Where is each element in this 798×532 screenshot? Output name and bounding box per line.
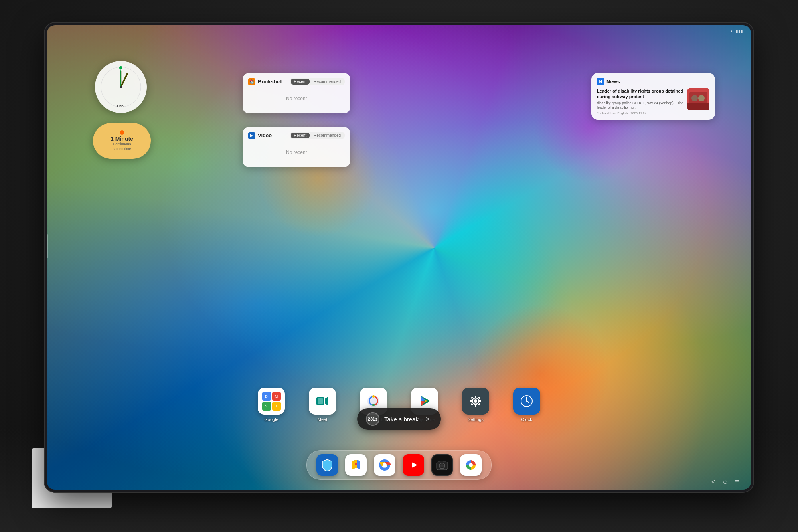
app-item-google[interactable]: D M S + Google	[258, 388, 285, 422]
app-icon-meet[interactable]	[309, 388, 336, 415]
tablet-device: ▲ ▮▮▮	[44, 22, 754, 493]
video-tabs[interactable]: Recent Recommended	[290, 132, 345, 139]
video-content: No recent	[248, 142, 345, 162]
video-title-row: ▶ Video	[248, 132, 272, 139]
app-label-google: Google	[264, 417, 278, 422]
status-bar: ▲ ▮▮▮	[47, 25, 751, 36]
app-icon-google[interactable]: D M S +	[258, 388, 285, 415]
video-tab-recent[interactable]: Recent	[291, 133, 310, 138]
news-title: News	[606, 79, 620, 85]
svg-point-5	[119, 66, 122, 69]
svg-rect-10	[687, 103, 709, 110]
svg-point-15	[372, 395, 375, 398]
bookshelf-icon: 📚	[248, 78, 255, 85]
svg-point-50	[469, 463, 473, 467]
clock-label: UNS	[117, 104, 124, 108]
break-toast[interactable]: 231s Take a break ✕	[357, 408, 441, 430]
svg-rect-23	[475, 396, 476, 398]
dock-item-knox[interactable]	[316, 454, 338, 476]
app-item-settings[interactable]: Settings	[462, 388, 489, 422]
widget-bookshelf[interactable]: 📚 Bookshelf Recent Recommended No recent	[243, 73, 350, 113]
widget-video[interactable]: ▶ Video Recent Recommended No recent	[243, 127, 350, 167]
bookshelf-content: No recent	[248, 89, 345, 109]
nav-bar: < ○ ≡	[711, 477, 739, 487]
bookshelf-tab-recommended[interactable]: Recommended	[310, 79, 344, 85]
svg-point-38	[355, 463, 357, 465]
svg-point-22	[474, 399, 477, 403]
tablet-screen: ▲ ▮▮▮	[47, 25, 751, 490]
svg-line-1	[121, 74, 127, 87]
bookshelf-header: 📚 Bookshelf Recent Recommended	[248, 78, 345, 85]
app-item-meet[interactable]: Meet	[309, 388, 336, 422]
svg-rect-24	[475, 404, 476, 407]
svg-point-41	[383, 463, 387, 467]
widget-clock[interactable]: UNS	[95, 61, 147, 113]
video-header: ▶ Video Recent Recommended	[248, 132, 345, 139]
news-header: N News	[597, 78, 709, 85]
widget-news[interactable]: N News Leader of disability rights group…	[591, 73, 715, 120]
wifi-icon: ▲	[729, 29, 733, 33]
widgets-area: UNS 1 Minute Continuousscreen time 📚 Boo…	[47, 37, 751, 490]
dock-item-chrome[interactable]	[374, 454, 395, 476]
google-sub-docs: D	[262, 392, 271, 401]
widget-screentime[interactable]: 1 Minute Continuousscreen time	[93, 123, 151, 159]
svg-rect-48	[440, 461, 443, 462]
svg-point-34	[526, 400, 527, 402]
bookshelf-no-recent: No recent	[286, 96, 307, 101]
screentime-duration: 1 Minute	[111, 136, 133, 142]
bookshelf-tab-recent[interactable]: Recent	[291, 79, 310, 85]
google-sub-slides: +	[272, 402, 281, 411]
bookshelf-title: Bookshelf	[258, 79, 283, 85]
news-body: disability group-police SEOUL, Nov 24 (Y…	[597, 101, 684, 110]
break-close-button[interactable]: ✕	[423, 415, 432, 423]
google-sub-gmail: M	[272, 392, 281, 401]
news-icon: N	[597, 78, 604, 85]
video-icon: ▶	[248, 132, 255, 139]
dock-item-camera[interactable]	[431, 454, 453, 476]
nav-back-button[interactable]: <	[711, 478, 716, 486]
svg-rect-13	[318, 398, 323, 404]
clock-face	[99, 65, 143, 109]
battery-icon: ▮▮▮	[736, 29, 743, 33]
news-item[interactable]: Leader of disability rights group detain…	[597, 88, 709, 115]
app-label-settings: Settings	[468, 417, 484, 422]
app-icon-settings[interactable]	[462, 388, 489, 415]
dock-item-photos[interactable]	[460, 454, 482, 476]
svg-point-16	[372, 404, 375, 406]
break-text: Take a break	[384, 416, 419, 423]
news-thumbnail	[687, 88, 709, 110]
dock-item-youtube[interactable]	[403, 454, 424, 476]
bookshelf-tabs[interactable]: Recent Recommended	[290, 78, 345, 85]
svg-point-4	[120, 86, 122, 88]
svg-marker-36	[357, 460, 360, 469]
svg-point-8	[691, 95, 698, 101]
video-tab-recommended[interactable]: Recommended	[310, 133, 344, 138]
bookshelf-title-row: 📚 Bookshelf	[248, 78, 283, 85]
svg-point-49	[446, 463, 447, 464]
screentime-indicator	[120, 130, 124, 135]
video-title: Video	[258, 133, 272, 138]
screentime-subtitle: Continuousscreen time	[113, 142, 131, 151]
nav-recents-button[interactable]: ≡	[735, 478, 739, 486]
svg-point-47	[440, 464, 444, 467]
app-label-meet: Meet	[318, 417, 327, 422]
dock	[306, 450, 492, 480]
news-meta: Yonhap News English · 2023.11.24	[597, 111, 684, 115]
video-no-recent: No recent	[286, 150, 307, 155]
news-text-block: Leader of disability rights group detain…	[597, 88, 684, 115]
app-item-clock[interactable]: Clock	[513, 388, 540, 422]
news-title-row: N News	[597, 78, 620, 85]
news-headline: Leader of disability rights group detain…	[597, 88, 684, 100]
svg-point-9	[698, 95, 705, 101]
break-timer: 231s	[366, 412, 379, 426]
svg-marker-12	[325, 396, 328, 406]
google-sub-sheets: S	[262, 402, 271, 411]
svg-rect-25	[470, 400, 472, 402]
svg-rect-26	[479, 400, 481, 402]
app-label-clock: Clock	[521, 417, 532, 422]
nav-home-button[interactable]: ○	[723, 477, 727, 487]
app-icon-clock[interactable]	[513, 388, 540, 415]
dock-item-maps[interactable]	[345, 454, 367, 476]
